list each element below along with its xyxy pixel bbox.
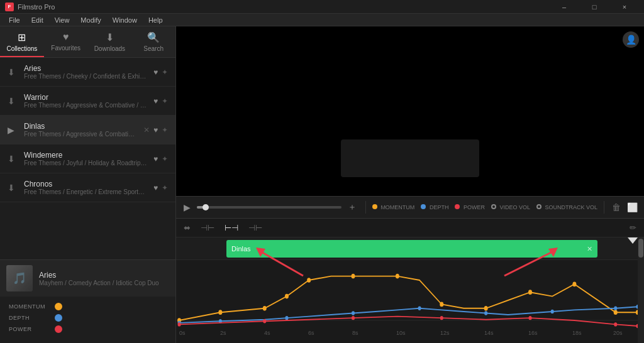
svg-point-2 [218, 310, 222, 315]
track-subtitle-dinlas: Free Themes / Aggressive & Combative / S… [24, 131, 137, 138]
account-icon[interactable]: 👤 [623, 31, 639, 48]
svg-point-19 [484, 311, 487, 315]
favourites-icon: ♥ [63, 31, 69, 43]
video-vol-label: VIDEO VOL [491, 204, 530, 210]
chart-area: 0s 2s 4s 6s 8s 10s 12s 14s 16s 18s 20s [176, 260, 644, 340]
depth-knob[interactable] [55, 314, 62, 322]
track-item-chronos[interactable]: ⬇ Chronos Free Themes / Energetic / Extr… [0, 173, 175, 202]
knob-controls: MOMENTUM DEPTH POWER [0, 297, 175, 343]
soundtrack-vol-label: SOUNDTRACK VOL [536, 204, 597, 210]
svg-point-9 [484, 306, 488, 311]
menu-view[interactable]: View [50, 15, 75, 25]
svg-point-28 [614, 322, 617, 326]
menu-window[interactable]: Window [108, 15, 142, 25]
menu-file[interactable]: File [4, 15, 25, 25]
momentum-dot [372, 204, 377, 209]
scrubber-handle [203, 204, 209, 210]
svg-point-16 [285, 316, 288, 320]
svg-point-12 [614, 310, 618, 315]
add-btn-chronos[interactable]: ✦ [162, 183, 168, 192]
power-dot [455, 204, 460, 209]
app-logo: F [5, 3, 14, 11]
track-title-aries: Aries [24, 64, 147, 73]
window-controls: – □ × [550, 0, 639, 14]
track-info-dinlas: Dinlas Free Themes / Aggressive & Combat… [24, 122, 137, 138]
favourite-btn-aries[interactable]: ♥ [153, 68, 158, 77]
menu-modify[interactable]: Modify [75, 15, 106, 25]
add-btn-warrior[interactable]: ✦ [162, 97, 168, 106]
svg-point-23 [178, 322, 181, 326]
knob-row-power: POWER [9, 325, 167, 333]
power-label: POWER [9, 326, 50, 332]
play-icon-dinlas: ▶ [8, 125, 18, 135]
add-btn-dinlas[interactable]: ✦ [162, 126, 168, 134]
add-btn-aries[interactable]: ✦ [162, 68, 168, 77]
track-actions-warrior: ♥ ✦ [153, 97, 168, 106]
svg-point-21 [614, 307, 617, 310]
trim-left-btn[interactable]: ⊣⊢ [198, 222, 217, 234]
track-title-windemere: Windemere [24, 151, 147, 160]
track-segment-dinlas[interactable]: Dinlas ✕ [226, 240, 597, 258]
track-item-dinlas[interactable]: ▶ Dinlas Free Themes / Aggressive & Comb… [0, 116, 175, 144]
svg-point-18 [418, 307, 421, 310]
app-container: ⊞ Collections ♥ Favourites ⬇ Downloads 🔍… [0, 26, 644, 343]
favourite-btn-warrior[interactable]: ♥ [153, 97, 158, 106]
track-info-chronos: Chronos Free Themes / Energetic / Extrem… [24, 180, 147, 195]
transport-bar: ▶ ＋ MOMENTUM DEPTH POWER [176, 196, 644, 219]
power-knob[interactable] [55, 325, 62, 333]
move-all-btn[interactable]: ⬌ [181, 222, 193, 234]
tab-favourites[interactable]: ♥ Favourites [44, 26, 88, 57]
divider [365, 201, 366, 214]
menu-help[interactable]: Help [143, 15, 168, 25]
collections-icon: ⊞ [18, 31, 26, 43]
minimize-button[interactable]: – [550, 0, 579, 14]
svg-point-4 [285, 294, 289, 299]
track-subtitle-windemere: Free Themes / Joyful / Holiday & Roadtri… [24, 160, 147, 166]
maximize-button[interactable]: □ [580, 0, 609, 14]
menu-edit[interactable]: Edit [26, 15, 48, 25]
menu-bar: File Edit View Modify Window Help [0, 14, 644, 26]
add-marker-button[interactable]: ＋ [345, 200, 359, 214]
now-playing-info: Aries Mayhem / Comedy Action / Idiotic C… [39, 271, 169, 286]
soundtrack-vol-dot [536, 204, 541, 209]
scroll-thumb [638, 239, 643, 258]
export-button[interactable]: ⬜ [626, 201, 639, 214]
track-item-windemere[interactable]: ⬇ Windemere Free Themes / Joyful / Holid… [0, 144, 175, 173]
split-btn[interactable]: ⊢⊣ [222, 222, 241, 234]
favourite-btn-chronos[interactable]: ♥ [153, 183, 158, 192]
transport-labels: MOMENTUM DEPTH POWER VIDEO VOL SOUNDTRAC… [372, 204, 597, 210]
play-button[interactable]: ▶ [181, 201, 193, 214]
chart-svg [176, 260, 644, 340]
app-title: Filmstro Pro [18, 3, 55, 11]
track-subtitle-chronos: Free Themes / Energetic / Extreme Sports… [24, 188, 147, 195]
segment-close-btn[interactable]: ✕ [587, 245, 592, 253]
nav-tabs: ⊞ Collections ♥ Favourites ⬇ Downloads 🔍… [0, 26, 175, 58]
sidebar: ⊞ Collections ♥ Favourites ⬇ Downloads 🔍… [0, 26, 176, 343]
track-item-aries[interactable]: ⬇ Aries Free Themes / Cheeky / Confident… [0, 58, 175, 87]
track-item-warrior[interactable]: ⬇ Warrior Free Themes / Aggressive & Com… [0, 87, 175, 116]
video-area: 👤 [176, 26, 644, 196]
favourite-btn-dinlas[interactable]: ♥ [153, 126, 158, 134]
timeline-area[interactable]: Dinlas ✕ 0s 2s 4s 6s 8s 10s 12s 14s 16s [176, 237, 644, 343]
download-icon-warrior: ⬇ [8, 96, 18, 106]
delete-btn-dinlas[interactable]: ✕ [143, 126, 150, 134]
now-playing-subtitle: Mayhem / Comedy Action / Idiotic Cop Duo [39, 280, 169, 286]
favourite-btn-windemere[interactable]: ♥ [153, 155, 158, 163]
track-info-aries: Aries Free Themes / Cheeky / Confident &… [24, 64, 147, 80]
tab-collections[interactable]: ⊞ Collections [0, 26, 44, 57]
title-bar: F Filmstro Pro – □ × [0, 0, 644, 14]
tab-search[interactable]: 🔍 Search [131, 26, 175, 57]
svg-point-20 [551, 310, 554, 313]
track-info-windemere: Windemere Free Themes / Joyful / Holiday… [24, 151, 147, 166]
edit-btn[interactable]: ✏ [627, 222, 639, 234]
scroll-indicator[interactable] [638, 237, 644, 343]
thumbnail-placeholder: 🎵 [6, 265, 33, 291]
momentum-knob[interactable] [55, 303, 62, 310]
timeline-scrubber[interactable] [197, 206, 341, 209]
tab-downloads[interactable]: ⬇ Downloads [88, 26, 132, 57]
add-btn-windemere[interactable]: ✦ [162, 155, 168, 163]
close-button[interactable]: × [610, 0, 639, 14]
trim-right-btn[interactable]: ⊣⊢ [246, 222, 265, 234]
svg-point-26 [440, 316, 443, 320]
delete-button[interactable]: 🗑 [611, 201, 622, 214]
